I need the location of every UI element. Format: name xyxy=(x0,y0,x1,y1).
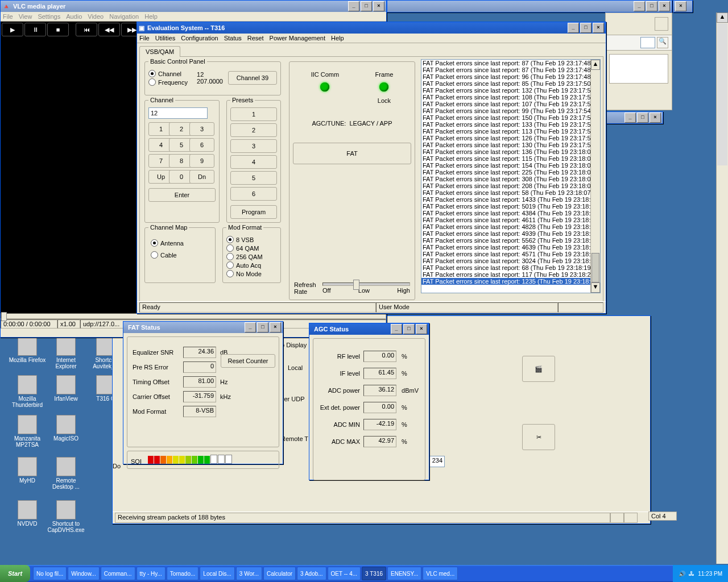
program-button[interactable]: Program xyxy=(230,205,277,219)
close-button[interactable]: × xyxy=(675,1,686,11)
log-line[interactable]: FAT Packet errors since last report: 143… xyxy=(421,196,600,203)
taskbar-item[interactable]: tty - Hy... xyxy=(136,567,166,580)
keypad-6[interactable]: 6 xyxy=(189,138,214,152)
desktop-icon[interactable]: Mozilla Firefox xyxy=(8,336,47,363)
menu-item[interactable]: View xyxy=(19,13,32,20)
log-line[interactable]: FAT Packet errors since last report: 58 … xyxy=(421,189,600,196)
maximize-button[interactable]: □ xyxy=(403,324,415,334)
menu-item[interactable]: Status xyxy=(224,35,242,41)
menu-item[interactable]: Help xyxy=(331,35,344,41)
menu-item[interactable]: Power Management xyxy=(270,35,325,41)
gear-icon[interactable] xyxy=(655,17,668,31)
preset-1[interactable]: 1 xyxy=(230,107,277,121)
desktop-icon[interactable]: Manzanita MP2TSA xyxy=(8,415,47,448)
taskbar-item[interactable]: VLC med... xyxy=(423,567,458,580)
close-button[interactable]: × xyxy=(373,1,384,11)
menu-item[interactable]: Video xyxy=(88,13,104,20)
log-line[interactable]: FAT Packet errors since last report: 126… xyxy=(421,135,600,142)
scroll-up[interactable]: ▲ xyxy=(717,13,728,23)
reset-counter-button[interactable]: Reset Counter xyxy=(221,354,275,368)
radio-channel[interactable]: Channel xyxy=(148,70,197,77)
minimize-button[interactable]: _ xyxy=(391,324,402,334)
log-line[interactable]: FAT Packet errors since last report: 115… xyxy=(421,155,600,162)
keypad-3[interactable]: 3 xyxy=(189,122,214,136)
desktop-icon[interactable]: NVDVD xyxy=(8,500,47,527)
maximize-button[interactable]: □ xyxy=(646,1,657,11)
log-line[interactable]: FAT Packet errors since last report: 133… xyxy=(421,121,600,128)
desktop-icon[interactable]: MyHD xyxy=(8,457,47,484)
radio-modf[interactable]: 64 QAM xyxy=(226,244,277,252)
menu-item[interactable]: File xyxy=(3,13,13,20)
channel-input[interactable] xyxy=(148,107,208,119)
vlc-seekbar[interactable] xyxy=(1,313,386,319)
radio-modf[interactable]: Auto Acq xyxy=(226,261,277,269)
log-line[interactable]: FAT Packet errors since last report: 457… xyxy=(421,251,600,257)
log-line[interactable]: FAT Packet errors since last report: 463… xyxy=(421,244,600,251)
log-list[interactable]: FAT Packet errors since last report: 87 … xyxy=(421,59,601,293)
log-line[interactable]: FAT Packet errors since last report: 68 … xyxy=(421,264,600,271)
menu-item[interactable]: Configuration xyxy=(181,35,218,41)
log-line[interactable]: FAT Packet errors since last report: 96 … xyxy=(421,73,600,80)
close-button[interactable]: × xyxy=(593,23,604,33)
keypad-dn[interactable]: Dn xyxy=(189,170,214,184)
log-scrollbar[interactable]: ▲ ▼ xyxy=(590,60,600,293)
desktop-icon[interactable]: MagicISO xyxy=(47,415,85,442)
radio-cable[interactable]: Cable xyxy=(151,251,209,259)
log-line[interactable]: FAT Packet errors since last report: 225… xyxy=(421,169,600,176)
menu-item[interactable]: Reset xyxy=(247,35,264,41)
maximize-button[interactable]: □ xyxy=(257,322,268,332)
log-line[interactable]: FAT Packet errors since last report: 438… xyxy=(421,210,600,217)
radio-modf[interactable]: 8 VSB xyxy=(226,236,277,243)
desktop-icon[interactable]: IrfanView xyxy=(47,375,85,402)
log-line[interactable]: FAT Packet errors since last report: 87 … xyxy=(421,66,600,73)
desktop-icon[interactable]: Remote Desktop ... xyxy=(47,457,85,490)
taskbar-item[interactable]: Window... xyxy=(68,567,99,580)
radio-modf[interactable]: 256 QAM xyxy=(226,253,277,260)
menu-item[interactable]: Utilities xyxy=(155,35,175,41)
close-button[interactable]: × xyxy=(416,324,427,334)
log-line[interactable]: FAT Packet errors since last report: 154… xyxy=(421,162,600,169)
log-line[interactable]: FAT Packet errors since last report: 132… xyxy=(421,87,600,94)
minimize-button[interactable]: _ xyxy=(634,1,645,11)
crossed-button[interactable]: ✂ xyxy=(522,424,555,450)
minimize-button[interactable]: _ xyxy=(245,322,256,332)
log-line[interactable]: FAT Packet errors since last report: 107… xyxy=(421,101,600,107)
maximize-button[interactable]: □ xyxy=(580,23,592,33)
log-line[interactable]: FAT Packet errors since last report: 308… xyxy=(421,176,600,182)
taskbar-item[interactable]: Tornado... xyxy=(167,567,198,580)
preset-4[interactable]: 4 xyxy=(230,155,277,169)
log-line[interactable]: FAT Packet errors since last report: 85 … xyxy=(421,80,600,87)
keypad-9[interactable]: 9 xyxy=(189,154,214,168)
preset-5[interactable]: 5 xyxy=(230,171,277,185)
radio-antenna[interactable]: Antenna xyxy=(151,239,209,247)
stop-button[interactable]: ■ xyxy=(47,23,69,36)
log-line[interactable]: FAT Packet errors since last report: 123… xyxy=(421,278,600,285)
menu-item[interactable]: Help xyxy=(144,13,158,20)
eval-menubar[interactable]: FileUtilitiesConfigurationStatusResetPow… xyxy=(137,34,606,43)
taskbar-item[interactable]: Local Dis... xyxy=(200,567,234,580)
log-line[interactable]: FAT Packet errors since last report: 556… xyxy=(421,237,600,244)
log-line[interactable]: FAT Packet errors since last report: 482… xyxy=(421,223,600,230)
minimize-button[interactable]: _ xyxy=(624,113,636,123)
taskbar-item[interactable]: 3 Wor... xyxy=(236,567,262,580)
close-button[interactable]: × xyxy=(659,1,670,11)
log-line[interactable]: FAT Packet errors since last report: 136… xyxy=(421,148,600,155)
menu-item[interactable]: Audio xyxy=(66,13,82,20)
preset-6[interactable]: 6 xyxy=(230,187,277,201)
taskbar-item[interactable]: No log fil... xyxy=(33,567,67,580)
pause-button[interactable]: ⏸ xyxy=(24,23,46,36)
start-button[interactable]: Start xyxy=(0,565,30,582)
refresh-slider[interactable] xyxy=(322,282,410,286)
vlc-stream-button[interactable]: 🎬 xyxy=(522,356,555,382)
maximize-button[interactable]: □ xyxy=(637,113,648,123)
desktop-icon[interactable]: Mozilla Thunderbird xyxy=(8,375,47,408)
radio-modf[interactable]: No Mode xyxy=(226,270,277,277)
rewind-button[interactable]: ◀◀ xyxy=(98,23,120,36)
search-icon[interactable]: 🔍 xyxy=(657,37,668,48)
vlc-menubar[interactable]: FileViewSettingsAudioVideoNavigationHelp xyxy=(1,12,386,22)
taskbar-item[interactable]: OET -- 4... xyxy=(328,567,361,580)
system-tray[interactable]: 🔊 🖧 11:23 PM xyxy=(673,565,728,582)
log-line[interactable]: FAT Packet errors since last report: 130… xyxy=(421,142,600,148)
log-line[interactable]: FAT Packet errors since last report: 461… xyxy=(421,217,600,223)
tab-vsb-qam[interactable]: VSB/QAM xyxy=(139,46,180,57)
